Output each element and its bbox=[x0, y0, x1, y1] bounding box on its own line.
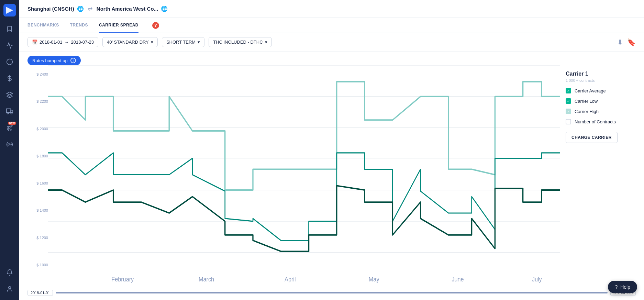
legend-carrier-low[interactable]: ✓ Carrier Low bbox=[566, 98, 630, 104]
origin-name: Shanghai (CNSGH) bbox=[27, 6, 74, 12]
help-question-icon[interactable]: ? bbox=[152, 22, 159, 29]
carrier-high-checkbox[interactable]: ✓ bbox=[566, 109, 571, 114]
term-dropdown[interactable]: SHORT TERM ▾ bbox=[162, 37, 204, 47]
y-axis: $ 2400 $ 2200 $ 2000 $ 1800 $ 1600 $ 140… bbox=[27, 65, 48, 284]
sidebar-item-circle[interactable] bbox=[3, 55, 16, 69]
change-carrier-button[interactable]: CHANGE CARRIER bbox=[566, 132, 618, 143]
rates-info-icon[interactable]: i bbox=[70, 58, 76, 63]
svg-text:May: May bbox=[369, 276, 379, 283]
legend-carrier-average[interactable]: ✓ Carrier Average bbox=[566, 88, 630, 93]
chevron-down-icon: ▾ bbox=[265, 40, 267, 45]
sidebar-item-layers[interactable] bbox=[3, 88, 16, 102]
chevron-down-icon: ▾ bbox=[198, 40, 200, 45]
tab-benchmarks[interactable]: BENCHMARKS bbox=[27, 18, 59, 33]
destination-name: North America West Co... bbox=[97, 6, 158, 12]
carrier-average-label: Carrier Average bbox=[575, 88, 606, 93]
range-fill bbox=[56, 292, 607, 293]
rates-bumped-label: Rates bumped up bbox=[32, 58, 68, 63]
legend-carrier-high[interactable]: ✓ Carrier High bbox=[566, 109, 630, 114]
svg-text:April: April bbox=[285, 276, 296, 283]
help-label: Help bbox=[620, 284, 630, 290]
svg-text:February: February bbox=[111, 276, 134, 283]
carrier-average-line bbox=[48, 153, 560, 241]
legend-number-of-contracts[interactable]: Number of Contracts bbox=[566, 119, 630, 124]
svg-point-8 bbox=[11, 112, 12, 114]
sidebar-item-bookmark[interactable] bbox=[3, 22, 16, 36]
carrier-title: Carrier 1 bbox=[566, 71, 630, 77]
y-label-1400: $ 1400 bbox=[27, 208, 48, 212]
container-type-dropdown[interactable]: 40' STANDARD DRY ▾ bbox=[102, 37, 158, 47]
destination-route: North America West Co... 🌐 bbox=[97, 5, 168, 12]
svg-point-7 bbox=[7, 112, 9, 114]
destination-globe-icon: 🌐 bbox=[161, 5, 168, 12]
date-arrow-icon: → bbox=[65, 40, 69, 45]
y-label-2200: $ 2200 bbox=[27, 99, 48, 103]
svg-text:June: June bbox=[452, 276, 464, 283]
svg-point-10 bbox=[9, 287, 11, 289]
term-label: SHORT TERM bbox=[166, 40, 196, 45]
header: Shanghai (CNSGH) 🌐 ⇄ North America West … bbox=[19, 0, 644, 18]
chevron-down-icon: ▾ bbox=[151, 40, 153, 45]
y-label-2000: $ 2000 bbox=[27, 127, 48, 131]
chart-area: $ 2400 $ 2200 $ 2000 $ 1800 $ 1600 $ 140… bbox=[19, 65, 644, 287]
range-track[interactable] bbox=[56, 292, 607, 293]
rates-bumped-banner[interactable]: Rates bumped up i bbox=[27, 56, 81, 65]
carrier-low-line bbox=[48, 186, 560, 251]
svg-text:March: March bbox=[199, 276, 214, 283]
new-badge: NEW bbox=[8, 122, 16, 125]
sidebar-item-trends[interactable] bbox=[3, 38, 16, 52]
carrier-low-label: Carrier Low bbox=[575, 99, 598, 104]
calendar-icon: 📅 bbox=[32, 40, 37, 45]
y-label-2400: $ 2400 bbox=[27, 72, 48, 76]
route-arrow-icon: ⇄ bbox=[88, 5, 92, 12]
contracts-subtitle: 1 000 + contracts bbox=[566, 78, 630, 82]
carrier-high-line bbox=[48, 82, 560, 190]
help-circle-icon: ? bbox=[615, 284, 618, 290]
toolbar: 📅 2018-01-01 → 2018-07-23 40' STANDARD D… bbox=[19, 33, 644, 52]
bookmark-icon[interactable]: 🔖 bbox=[627, 38, 636, 46]
sidebar-item-user[interactable] bbox=[3, 282, 16, 296]
y-label-1200: $ 1200 bbox=[27, 236, 48, 240]
sidebar-item-signal[interactable] bbox=[3, 137, 16, 151]
date-range-picker[interactable]: 📅 2018-01-01 → 2018-07-23 bbox=[27, 37, 98, 47]
main-chart: February March April May June July bbox=[48, 65, 560, 284]
origin-route: Shanghai (CNSGH) 🌐 bbox=[27, 5, 84, 12]
origin-globe-icon: 🌐 bbox=[77, 5, 84, 12]
help-button[interactable]: ? Help bbox=[608, 281, 637, 293]
svg-point-2 bbox=[7, 59, 13, 65]
main-content: Shanghai (CNSGH) 🌐 ⇄ North America West … bbox=[19, 0, 644, 300]
y-label-1600: $ 1600 bbox=[27, 181, 48, 185]
svg-text:July: July bbox=[532, 276, 542, 283]
container-type-label: 40' STANDARD DRY bbox=[107, 40, 149, 45]
tab-carrier-spread[interactable]: CARRIER SPREAD bbox=[99, 18, 138, 33]
date-start: 2018-01-01 bbox=[40, 40, 63, 45]
sidebar-item-truck[interactable] bbox=[3, 104, 16, 118]
charges-dropdown[interactable]: THC INCLUDED - DTHC ▾ bbox=[209, 37, 271, 47]
sidebar: NEW bbox=[0, 0, 19, 300]
svg-rect-5 bbox=[7, 109, 11, 113]
carrier-average-checkbox[interactable]: ✓ bbox=[566, 88, 571, 93]
y-label-1800: $ 1800 bbox=[27, 154, 48, 158]
sidebar-item-dollar[interactable] bbox=[3, 71, 16, 85]
range-start-handle[interactable]: 2018-01-01 bbox=[27, 290, 53, 296]
tab-trends[interactable]: TRENDS bbox=[70, 18, 88, 33]
svg-marker-4 bbox=[7, 92, 13, 95]
tab-bar: BENCHMARKS TRENDS CARRIER SPREAD ? bbox=[19, 18, 644, 33]
toolbar-actions: ⬇ 🔖 bbox=[617, 38, 636, 46]
sidebar-item-bell[interactable] bbox=[3, 266, 16, 279]
carrier-high-label: Carrier High bbox=[575, 109, 599, 114]
number-of-contracts-checkbox[interactable] bbox=[566, 119, 571, 124]
date-end: 2018-07-23 bbox=[71, 40, 94, 45]
app-logo[interactable] bbox=[3, 4, 16, 16]
chart-legend: Carrier 1 1 000 + contracts ✓ Carrier Av… bbox=[560, 65, 636, 284]
svg-point-9 bbox=[9, 144, 10, 145]
y-label-1000: $ 1000 bbox=[27, 263, 48, 267]
download-icon[interactable]: ⬇ bbox=[617, 38, 623, 46]
carrier-low-checkbox[interactable]: ✓ bbox=[566, 98, 571, 104]
sidebar-item-plane[interactable]: NEW bbox=[3, 121, 16, 135]
chart-svg-container: February March April May June July bbox=[48, 65, 560, 284]
range-slider: 2018-01-01 2018-07-23 bbox=[19, 287, 644, 300]
svg-marker-6 bbox=[11, 110, 13, 113]
charges-label: THC INCLUDED - DTHC bbox=[213, 40, 263, 45]
number-of-contracts-label: Number of Contracts bbox=[575, 119, 616, 124]
